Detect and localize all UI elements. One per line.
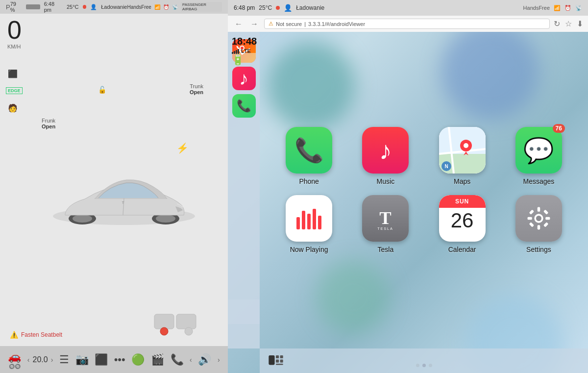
signal-bars	[232, 48, 239, 54]
browser-time: 6:48 pm	[234, 4, 255, 11]
spotify-icon-taskbar[interactable]: 🟢	[131, 353, 145, 366]
signal-status-icon: 📡	[575, 5, 582, 11]
wifi-status-icon: 📶	[554, 5, 561, 11]
browser-chrome: 6:48 pm 25°C 👤 Ładowanie HandsFree 📶 ⏰ 📡…	[228, 0, 588, 32]
settings-gear-svg	[525, 205, 552, 232]
app-item-now-playing[interactable]: Now Playing	[277, 195, 341, 253]
accessories-area	[149, 304, 208, 344]
browser-back-btn[interactable]: ←	[233, 19, 245, 29]
calendar-day-number: 26	[451, 210, 474, 231]
tesla-logo-svg: T TESLA	[372, 205, 399, 232]
carplay-area: 18:48 LTE 🔋	[228, 32, 588, 373]
calendar-app-icon: SUN 26	[439, 195, 486, 242]
now-playing-bars	[296, 207, 321, 229]
sidebar-app-music[interactable]: ♪	[232, 67, 256, 90]
svg-rect-42	[280, 360, 283, 363]
carplay-time: 18:48	[232, 36, 257, 47]
svg-text:N: N	[444, 164, 448, 169]
phone-icon-taskbar[interactable]: 📞	[171, 353, 184, 366]
svg-rect-39	[276, 355, 279, 358]
speed-decrease-btn[interactable]: ‹	[27, 356, 30, 364]
now-playing-app-label: Now Playing	[290, 246, 328, 253]
status-right: HandsFree 📶 ⏰ 📡 PASSENGER AIRBAG	[127, 2, 222, 12]
messages-app-icon: 💬 76	[515, 127, 562, 174]
tesla-status-bar: P 79 % 6:48 pm 25°C 👤 Ładowanie HandsFre…	[0, 0, 228, 14]
car-svg: T	[46, 157, 202, 236]
speed-increase-btn[interactable]: ›	[51, 356, 53, 364]
svg-text:T: T	[122, 200, 124, 205]
svg-rect-31	[538, 225, 540, 229]
seatbelt-warning: ⚠️ Fasten Seatbelt	[10, 331, 62, 339]
seatbelt-icon: 🧑	[6, 103, 20, 113]
app-item-tesla[interactable]: T TESLA Tesla	[353, 195, 417, 253]
browser-top-bar: 6:48 pm 25°C 👤 Ładowanie HandsFree 📶 ⏰ 📡	[228, 0, 588, 16]
tesla-panel: P 79 % 6:48 pm 25°C 👤 Ładowanie HandsFre…	[0, 0, 228, 373]
sidebar-bottom	[228, 299, 260, 324]
car-icon-label: 🔘🔘	[9, 364, 21, 369]
svg-point-10	[185, 327, 193, 335]
now-playing-app-icon	[286, 195, 332, 242]
svg-point-9	[160, 327, 168, 335]
browser-charging-text: Ładowanie	[296, 4, 324, 11]
accessories-svg	[149, 304, 208, 344]
alarm-icon: ⏰	[163, 4, 169, 10]
app-item-music[interactable]: ♪ Music	[353, 127, 417, 185]
speed-control: ‹ 20.0 ›	[27, 355, 53, 364]
seatbelt-warning-text: Fasten Seatbelt	[21, 331, 62, 338]
speed-display: 0 KM/H	[7, 17, 22, 50]
svg-rect-43	[276, 364, 283, 365]
svg-rect-8	[176, 314, 196, 329]
grid-view-icon[interactable]	[267, 354, 285, 368]
prev-btn-taskbar[interactable]: ‹	[190, 356, 192, 364]
browser-forward-btn[interactable]: →	[248, 19, 260, 29]
airbag-badge: PASSENGER AIRBAG	[181, 2, 222, 12]
messages-app-label: Messages	[523, 177, 554, 185]
svg-rect-32	[527, 217, 532, 220]
signal-bar-4	[238, 49, 239, 54]
next-btn-taskbar[interactable]: ›	[218, 356, 220, 364]
carplay-main: 📞 Phone ♪ Music	[260, 32, 588, 348]
status-center: 79 % 6:48 pm 25°C 👤 Ładowanie	[10, 1, 127, 13]
app-grid: 📞 Phone ♪ Music	[277, 127, 571, 253]
charging-bolt-icon: ⚡	[176, 142, 189, 154]
signal-icon: 📡	[172, 4, 178, 10]
status-time: 6:48 pm	[44, 1, 63, 13]
handsfree-text: HandsFree	[523, 5, 550, 11]
carplay-bottom-bar	[260, 348, 588, 373]
np-bar-4	[313, 209, 316, 229]
menu-icon-taskbar[interactable]: ☰	[59, 353, 69, 366]
app-item-calendar[interactable]: SUN 26 Calendar	[430, 195, 494, 253]
svg-point-2	[73, 215, 92, 223]
np-bar-3	[307, 214, 311, 229]
maps-app-label: Maps	[454, 177, 470, 185]
svg-rect-40	[276, 360, 279, 363]
bluetooth-icon-taskbar[interactable]: ⬛	[95, 353, 108, 366]
browser-rec-dot	[276, 6, 280, 10]
sidebar-app-phone[interactable]: 📞	[232, 94, 256, 118]
browser-bookmark-icon: ☆	[565, 19, 572, 28]
app-item-settings[interactable]: Settings	[507, 195, 571, 253]
more-icon-taskbar[interactable]: •••	[114, 353, 125, 366]
address-bar[interactable]: ⚠ Not secure | 3.3.3.1/#/androidViewer	[264, 19, 550, 29]
phone-app-label: Phone	[299, 177, 318, 185]
calendar-inner: SUN 26	[439, 195, 486, 242]
status-temp: 25°C	[67, 4, 79, 10]
wifi-icon: 📶	[154, 4, 160, 10]
car-icon-taskbar[interactable]: 🚗 🔘🔘	[8, 350, 21, 369]
svg-rect-37	[543, 222, 548, 227]
browser-reload-btn[interactable]: ↻	[554, 19, 560, 28]
music-emoji: ♪	[379, 136, 392, 165]
media-icon-taskbar[interactable]: 🎬	[151, 353, 164, 366]
alarm-status-icon: ⏰	[564, 5, 571, 11]
grid-icon-svg	[269, 355, 283, 366]
svg-rect-41	[280, 355, 283, 358]
app-item-maps[interactable]: N Maps	[430, 127, 494, 185]
svg-rect-38	[269, 355, 274, 365]
app-item-messages[interactable]: 💬 76 Messages	[507, 127, 571, 185]
lte-badge: LTE	[241, 48, 251, 54]
car-indicators: ⬛ EDGE 🧑	[6, 69, 23, 113]
camera-icon-taskbar[interactable]: 📷	[75, 353, 89, 366]
app-item-phone[interactable]: 📞 Phone	[277, 127, 341, 185]
browser-right-icons: HandsFree 📶 ⏰ 📡	[523, 5, 582, 11]
volume-icon-taskbar[interactable]: 🔊	[198, 353, 211, 366]
